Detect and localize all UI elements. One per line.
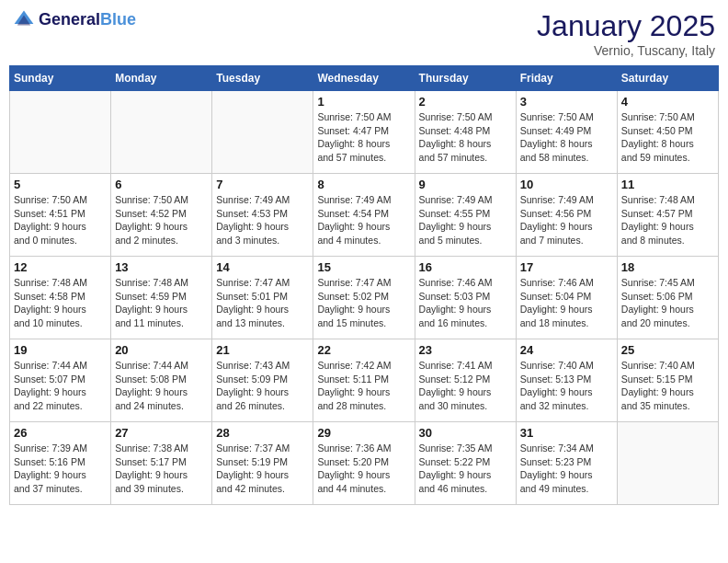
day-number: 1 — [317, 95, 410, 109]
day-number: 27 — [115, 426, 208, 440]
day-number: 13 — [115, 260, 208, 274]
day-info: Sunrise: 7:40 AM Sunset: 5:15 PM Dayligh… — [621, 359, 714, 413]
day-info: Sunrise: 7:50 AM Sunset: 4:50 PM Dayligh… — [621, 110, 714, 165]
day-info: Sunrise: 7:44 AM Sunset: 5:07 PM Dayligh… — [14, 359, 107, 413]
day-number: 22 — [317, 343, 410, 357]
day-info: Sunrise: 7:42 AM Sunset: 5:11 PM Dayligh… — [317, 359, 410, 413]
day-info: Sunrise: 7:44 AM Sunset: 5:08 PM Dayligh… — [115, 359, 208, 413]
weekday-header-tuesday: Tuesday — [212, 66, 313, 91]
day-number: 7 — [216, 178, 309, 191]
calendar-cell: 19Sunrise: 7:44 AM Sunset: 5:07 PM Dayli… — [10, 339, 111, 422]
calendar-cell: 24Sunrise: 7:40 AM Sunset: 5:13 PM Dayli… — [516, 339, 617, 422]
calendar-cell: 1Sunrise: 7:50 AM Sunset: 4:47 PM Daylig… — [313, 91, 415, 174]
calendar-cell: 20Sunrise: 7:44 AM Sunset: 5:08 PM Dayli… — [111, 339, 212, 422]
day-info: Sunrise: 7:49 AM Sunset: 4:53 PM Dayligh… — [216, 193, 309, 247]
calendar-cell: 9Sunrise: 7:49 AM Sunset: 4:55 PM Daylig… — [415, 174, 516, 257]
calendar-cell: 31Sunrise: 7:34 AM Sunset: 5:23 PM Dayli… — [516, 422, 617, 505]
day-info: Sunrise: 7:36 AM Sunset: 5:20 PM Dayligh… — [317, 442, 410, 496]
week-row-1: 1Sunrise: 7:50 AM Sunset: 4:47 PM Daylig… — [10, 91, 719, 174]
day-info: Sunrise: 7:48 AM Sunset: 4:58 PM Dayligh… — [14, 276, 107, 330]
day-info: Sunrise: 7:50 AM Sunset: 4:51 PM Dayligh… — [14, 193, 107, 247]
day-number: 9 — [419, 178, 512, 191]
day-number: 24 — [520, 343, 613, 357]
location: Vernio, Tuscany, Italy — [537, 43, 715, 58]
calendar-cell: 13Sunrise: 7:48 AM Sunset: 4:59 PM Dayli… — [111, 257, 212, 339]
day-info: Sunrise: 7:34 AM Sunset: 5:23 PM Dayligh… — [520, 442, 613, 496]
calendar-cell: 11Sunrise: 7:48 AM Sunset: 4:57 PM Dayli… — [617, 174, 718, 257]
calendar-cell — [617, 422, 718, 505]
day-number: 14 — [216, 260, 309, 274]
day-info: Sunrise: 7:37 AM Sunset: 5:19 PM Dayligh… — [216, 442, 309, 496]
weekday-header-monday: Monday — [111, 66, 212, 91]
day-number: 2 — [419, 95, 512, 109]
calendar-table: SundayMondayTuesdayWednesdayThursdayFrid… — [9, 65, 719, 505]
day-number: 28 — [216, 426, 309, 440]
day-number: 15 — [317, 260, 410, 274]
day-number: 12 — [14, 260, 107, 274]
calendar-cell: 6Sunrise: 7:50 AM Sunset: 4:52 PM Daylig… — [111, 174, 212, 257]
day-info: Sunrise: 7:50 AM Sunset: 4:48 PM Dayligh… — [419, 110, 512, 165]
calendar-cell — [111, 91, 212, 174]
calendar-cell: 29Sunrise: 7:36 AM Sunset: 5:20 PM Dayli… — [313, 422, 415, 505]
day-info: Sunrise: 7:46 AM Sunset: 5:03 PM Dayligh… — [419, 276, 512, 330]
day-number: 6 — [115, 178, 208, 191]
calendar-cell: 17Sunrise: 7:46 AM Sunset: 5:04 PM Dayli… — [516, 257, 617, 339]
day-number: 11 — [621, 178, 714, 191]
day-number: 16 — [419, 260, 512, 274]
day-number: 26 — [14, 426, 107, 440]
day-info: Sunrise: 7:47 AM Sunset: 5:02 PM Dayligh… — [317, 276, 410, 330]
day-number: 19 — [14, 343, 107, 357]
calendar-cell: 28Sunrise: 7:37 AM Sunset: 5:19 PM Dayli… — [212, 422, 313, 505]
day-info: Sunrise: 7:46 AM Sunset: 5:04 PM Dayligh… — [520, 276, 613, 330]
day-info: Sunrise: 7:38 AM Sunset: 5:17 PM Dayligh… — [115, 442, 208, 496]
calendar-cell: 16Sunrise: 7:46 AM Sunset: 5:03 PM Dayli… — [415, 257, 516, 339]
day-number: 4 — [621, 95, 714, 109]
week-row-5: 26Sunrise: 7:39 AM Sunset: 5:16 PM Dayli… — [10, 422, 719, 505]
calendar-cell — [212, 91, 313, 174]
calendar-cell — [10, 91, 111, 174]
day-info: Sunrise: 7:50 AM Sunset: 4:47 PM Dayligh… — [317, 110, 410, 165]
day-number: 5 — [14, 178, 107, 191]
calendar-cell: 5Sunrise: 7:50 AM Sunset: 4:51 PM Daylig… — [10, 174, 111, 257]
calendar-cell: 8Sunrise: 7:49 AM Sunset: 4:54 PM Daylig… — [313, 174, 415, 257]
day-info: Sunrise: 7:49 AM Sunset: 4:55 PM Dayligh… — [419, 193, 512, 247]
calendar-cell: 2Sunrise: 7:50 AM Sunset: 4:48 PM Daylig… — [415, 91, 516, 174]
day-number: 25 — [621, 343, 714, 357]
day-number: 3 — [520, 95, 613, 109]
day-info: Sunrise: 7:41 AM Sunset: 5:12 PM Dayligh… — [419, 359, 512, 413]
day-number: 31 — [520, 426, 613, 440]
logo-text: GeneralBlue — [39, 11, 136, 29]
day-info: Sunrise: 7:45 AM Sunset: 5:06 PM Dayligh… — [621, 276, 714, 330]
calendar-cell: 25Sunrise: 7:40 AM Sunset: 5:15 PM Dayli… — [617, 339, 718, 422]
calendar-cell: 4Sunrise: 7:50 AM Sunset: 4:50 PM Daylig… — [617, 91, 718, 174]
calendar-cell: 23Sunrise: 7:41 AM Sunset: 5:12 PM Dayli… — [415, 339, 516, 422]
week-row-2: 5Sunrise: 7:50 AM Sunset: 4:51 PM Daylig… — [10, 174, 719, 257]
day-number: 21 — [216, 343, 309, 357]
month-title: January 2025 — [537, 9, 715, 43]
day-number: 8 — [317, 178, 410, 191]
day-number: 29 — [317, 426, 410, 440]
day-info: Sunrise: 7:49 AM Sunset: 4:56 PM Dayligh… — [520, 193, 613, 247]
day-number: 10 — [520, 178, 613, 191]
weekday-header-sunday: Sunday — [10, 66, 111, 91]
weekday-header-thursday: Thursday — [415, 66, 516, 91]
day-number: 17 — [520, 260, 613, 274]
day-number: 18 — [621, 260, 714, 274]
calendar-cell: 18Sunrise: 7:45 AM Sunset: 5:06 PM Dayli… — [617, 257, 718, 339]
title-block: January 2025 Vernio, Tuscany, Italy — [537, 9, 715, 58]
calendar-cell: 22Sunrise: 7:42 AM Sunset: 5:11 PM Dayli… — [313, 339, 415, 422]
day-info: Sunrise: 7:47 AM Sunset: 5:01 PM Dayligh… — [216, 276, 309, 330]
calendar-cell: 21Sunrise: 7:43 AM Sunset: 5:09 PM Dayli… — [212, 339, 313, 422]
day-info: Sunrise: 7:40 AM Sunset: 5:13 PM Dayligh… — [520, 359, 613, 413]
logo-icon — [13, 9, 35, 31]
day-info: Sunrise: 7:49 AM Sunset: 4:54 PM Dayligh… — [317, 193, 410, 247]
day-info: Sunrise: 7:50 AM Sunset: 4:49 PM Dayligh… — [520, 110, 613, 165]
day-number: 30 — [419, 426, 512, 440]
weekday-header-saturday: Saturday — [617, 66, 718, 91]
weekday-header-wednesday: Wednesday — [313, 66, 415, 91]
calendar-cell: 14Sunrise: 7:47 AM Sunset: 5:01 PM Dayli… — [212, 257, 313, 339]
page-header: GeneralBlue January 2025 Vernio, Tuscany… — [9, 9, 719, 58]
calendar-cell: 26Sunrise: 7:39 AM Sunset: 5:16 PM Dayli… — [10, 422, 111, 505]
day-number: 23 — [419, 343, 512, 357]
calendar-cell: 10Sunrise: 7:49 AM Sunset: 4:56 PM Dayli… — [516, 174, 617, 257]
